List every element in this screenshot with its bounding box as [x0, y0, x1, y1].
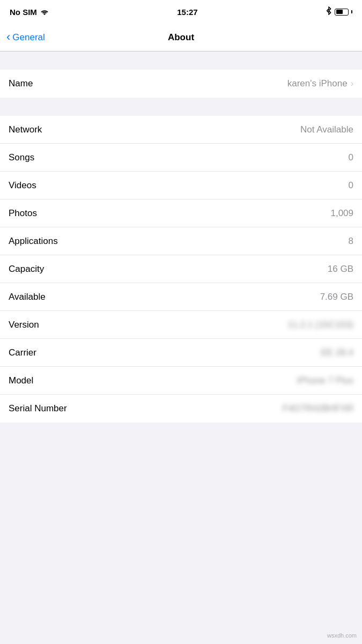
- applications-row: Applications 8: [0, 227, 362, 255]
- available-row: Available 7.69 GB: [0, 283, 362, 311]
- photos-label: Photos: [9, 208, 37, 219]
- carrier-label: No SIM: [10, 8, 37, 17]
- videos-row: Videos 0: [0, 172, 362, 199]
- back-button[interactable]: ‹ General: [6, 32, 45, 43]
- carrier-value: EE 28.4: [321, 347, 354, 358]
- second-spacer: [0, 98, 362, 116]
- battery-indicator: [335, 9, 352, 16]
- serial-number-row: Serial Number F4GTR42BHFXR: [0, 395, 362, 423]
- capacity-value: 16 GB: [328, 264, 353, 275]
- network-row: Network Not Available: [0, 116, 362, 144]
- page-title: About: [168, 32, 194, 43]
- videos-label: Videos: [9, 180, 36, 191]
- serial-number-label: Serial Number: [9, 403, 67, 414]
- songs-row: Songs 0: [0, 144, 362, 172]
- applications-label: Applications: [9, 236, 58, 247]
- capacity-label: Capacity: [9, 264, 44, 275]
- photos-row: Photos 1,009: [0, 199, 362, 227]
- carrier-row: Carrier EE 28.4: [0, 339, 362, 367]
- version-value: 11.2.1 (15C153): [287, 320, 353, 330]
- available-label: Available: [9, 292, 46, 302]
- status-time: 15:27: [177, 8, 197, 17]
- bluetooth-icon: [326, 6, 331, 17]
- watermark: wsxdh.com: [327, 632, 357, 639]
- photos-value: 1,009: [330, 208, 353, 219]
- name-label: Name: [9, 78, 33, 89]
- name-value: karen's iPhone ›: [287, 78, 353, 89]
- model-label: Model: [9, 375, 33, 386]
- songs-value: 0: [349, 152, 353, 163]
- info-group: Network Not Available Songs 0 Videos 0 P…: [0, 116, 362, 423]
- model-row: Model iPhone 7 Plus: [0, 367, 362, 395]
- network-value: Not Available: [300, 124, 353, 135]
- back-chevron-icon: ‹: [6, 31, 10, 43]
- name-row[interactable]: Name karen's iPhone ›: [0, 70, 362, 98]
- status-right-icons: [326, 6, 352, 17]
- model-value: iPhone 7 Plus: [297, 375, 353, 386]
- top-spacer: [0, 51, 362, 70]
- videos-value: 0: [349, 180, 353, 191]
- name-chevron-icon: ›: [351, 79, 353, 88]
- available-value: 7.69 GB: [320, 292, 353, 302]
- name-group: Name karen's iPhone ›: [0, 70, 362, 98]
- battery-body: [335, 9, 349, 16]
- wifi-icon: [40, 8, 49, 17]
- battery-tip: [351, 10, 352, 13]
- capacity-row: Capacity 16 GB: [0, 255, 362, 283]
- version-label: Version: [9, 320, 39, 330]
- network-label: Network: [9, 124, 42, 135]
- navigation-bar: ‹ General About: [0, 24, 362, 51]
- status-bar: No SIM 15:27: [0, 0, 362, 24]
- battery-fill: [336, 10, 343, 14]
- version-row: Version 11.2.1 (15C153): [0, 311, 362, 339]
- serial-number-value: F4GTR42BHFXR: [283, 403, 353, 414]
- carrier-label: Carrier: [9, 347, 36, 358]
- back-label: General: [12, 32, 45, 43]
- songs-label: Songs: [9, 152, 34, 163]
- status-carrier-wifi: No SIM: [10, 8, 49, 17]
- applications-value: 8: [349, 236, 353, 247]
